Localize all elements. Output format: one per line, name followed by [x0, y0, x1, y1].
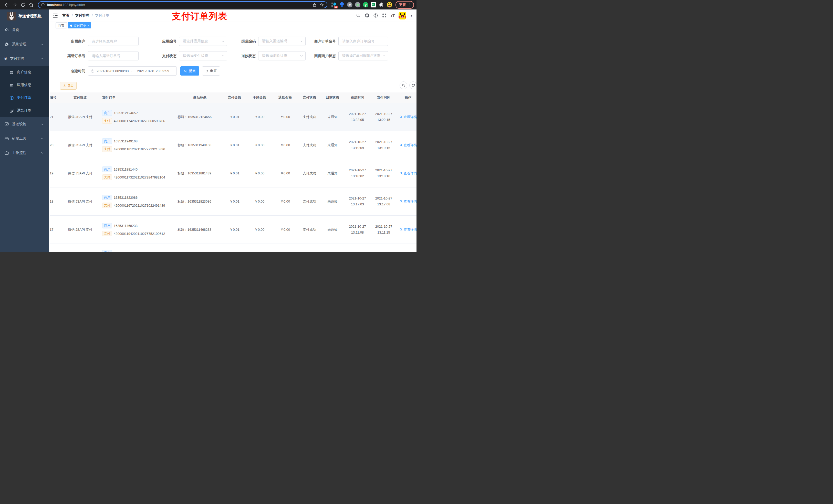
order-no-line: 支付4200001181202110277723215336 [102, 146, 165, 152]
sidebar-item-system[interactable]: 系统管理 [0, 37, 49, 51]
extension-y-icon[interactable]: y [363, 2, 368, 7]
order-no-line: 支付4200001167202110271022491439 [102, 202, 165, 208]
merchant-select-input[interactable] [88, 37, 139, 46]
sidebar-item-label: 首页 [12, 28, 19, 32]
font-size-icon[interactable]: TT [390, 14, 395, 18]
navbar-actions: TT ▼ [356, 9, 413, 22]
help-icon[interactable] [373, 13, 378, 18]
cell-fee: ￥0.00 [247, 131, 272, 159]
sidebar-item-app-info[interactable]: 应用信息 [0, 79, 49, 91]
cell-refund: ￥0.00 [272, 188, 298, 215]
reload-icon[interactable] [21, 2, 26, 7]
search-button[interactable]: 搜索 [180, 66, 199, 75]
sidebar-item-label: 商户信息 [17, 70, 31, 74]
notify-status-select[interactable]: 请选择订单回调商户状态 [338, 51, 388, 61]
avatar-caret-icon[interactable]: ▼ [410, 14, 413, 17]
reset-button[interactable]: 重置 [202, 66, 220, 75]
refresh-icon [205, 69, 209, 73]
order-number: 4200001194202110276752100612 [114, 232, 165, 236]
cell-id: 18 [50, 188, 60, 215]
bookmark-star-icon[interactable] [320, 3, 324, 7]
chevron-down-icon [41, 151, 44, 154]
browser-update-button[interactable]: 更新 ⋮ [396, 1, 414, 9]
order-number: 1635311949168 [114, 139, 138, 143]
download-icon [63, 84, 66, 87]
extension-command-icon[interactable]: ⌘ [347, 2, 353, 7]
screen: localhost:1024/pay/order 10 ⌘ y [0, 0, 416, 252]
cell-pay-time: 2021-10-2713:18:10 [371, 159, 397, 187]
sidebar-item-pay[interactable]: ¥ 支付管理 [0, 51, 49, 66]
close-tab-icon[interactable]: × [88, 24, 89, 27]
cell-channel: 微信 JSAPI 支付 [60, 131, 101, 159]
cell-id: 19 [50, 159, 60, 187]
tab-pay-order[interactable]: 支付订单× [68, 22, 91, 28]
table-header-row: 编号 支付渠道 支付订单 商品标题 支付金额 手续金额 退款金额 支付状态 回调… [50, 93, 416, 103]
toggle-search-button[interactable] [400, 81, 407, 89]
avatar[interactable] [399, 12, 406, 20]
back-icon[interactable] [4, 2, 9, 7]
breadcrumb-home[interactable]: 首页 [62, 13, 69, 18]
sidebar-item-label: 应用信息 [17, 83, 31, 87]
search-icon[interactable] [356, 13, 361, 18]
sidebar-item-dev-tools[interactable]: 研发工具 [0, 131, 49, 146]
channel-code-select[interactable]: 请输入渠道编码 [258, 37, 306, 46]
create-time-range-picker[interactable]: 2021-10-01 00:00:00 - 2021-10-31 23:59:5… [88, 66, 177, 75]
sidebar: 芋道管理系统 首页 系统管理 ¥ 支付管理 [0, 9, 49, 252]
sidebar-item-workflow[interactable]: 工作流程 [0, 146, 49, 160]
github-icon[interactable] [364, 13, 370, 18]
yen-circle-icon [9, 96, 14, 100]
export-button[interactable]: 导出 [60, 82, 77, 90]
view-details-link[interactable]: 查看详情 [399, 115, 417, 119]
sidebar-item-refund-order[interactable]: 退款订单 [0, 104, 49, 117]
address-bar[interactable]: localhost:1024/pay/order [38, 1, 327, 8]
app-logo[interactable]: 芋道管理系统 [0, 9, 49, 23]
date-line: 2021-10-27 [375, 196, 392, 201]
order-number: 1635311823086 [114, 196, 138, 199]
sidebar-item-home[interactable]: 首页 [0, 23, 49, 37]
extension-tasks-icon[interactable]: 10 [331, 2, 337, 7]
channel-order-no-input[interactable] [88, 51, 139, 61]
sidebar-item-pay-order[interactable]: 支付订单 [0, 91, 49, 104]
cell-create-time: 2021-10-2713:22:05 [344, 103, 371, 131]
time-line: 13:19:09 [349, 145, 366, 151]
merchant-order-no-input[interactable] [338, 37, 388, 46]
extension-gem-icon[interactable] [339, 2, 344, 7]
date-range-start: 2021-10-01 00:00:00 [97, 69, 128, 73]
sidebar-item-merchant-info[interactable]: 商户信息 [0, 66, 49, 79]
breadcrumb: 首页 / 支付管理 / 支付订单 [62, 13, 110, 18]
forward-icon[interactable] [12, 2, 18, 7]
breadcrumb-pay-manage[interactable]: 支付管理 [75, 13, 89, 18]
clock-icon [91, 69, 95, 73]
pay-tag: 支付 [102, 231, 112, 236]
extensions-puzzle-icon[interactable] [379, 2, 384, 7]
order-number: 1635312124657 [114, 111, 138, 115]
time-line: 13:18:10 [375, 173, 392, 179]
time-line: 13:22:15 [375, 117, 392, 123]
view-details-link[interactable]: 查看详情 [399, 199, 417, 204]
fullscreen-icon[interactable] [382, 13, 387, 18]
sidebar-item-infrastructure[interactable]: 基础设施 [0, 117, 49, 131]
cell-pay-order: 商户1635311949168支付42000011812021102777232… [101, 131, 177, 159]
chevron-down-icon [41, 43, 44, 46]
cell-notify-status: 未通知 [321, 188, 344, 215]
sidebar-item-label: 退款订单 [17, 108, 31, 113]
home-icon[interactable] [29, 2, 34, 7]
profile-emoji-icon[interactable] [387, 2, 392, 7]
order-no-line: 商户1635311949168 [102, 138, 138, 144]
page-content: 所属商户 应用编号 请选择应用信息 渠道编码 请输入渠道编码 商户订单编号 渠道… [49, 29, 416, 252]
extension-chat-icon[interactable] [371, 2, 376, 7]
extension-recorder-icon[interactable] [355, 2, 360, 7]
view-details-link[interactable]: 查看详情 [399, 227, 417, 232]
col-header-fee: 手续金额 [247, 93, 272, 103]
merchant-tag: 商户 [102, 250, 112, 252]
refresh-table-button[interactable] [409, 81, 416, 89]
view-details-link[interactable]: 查看详情 [399, 143, 417, 147]
refund-status-select[interactable]: 请选择退款状态 [258, 51, 306, 61]
order-number: 4200001174202110278060590766 [114, 119, 165, 123]
share-icon[interactable] [312, 3, 317, 7]
tab-home[interactable]: 首页 [55, 22, 67, 28]
site-info-icon[interactable] [41, 3, 45, 7]
sidebar-fold-icon[interactable] [52, 13, 58, 19]
view-details-link[interactable]: 查看详情 [399, 171, 417, 176]
browser-menu-icon[interactable]: ⋮ [408, 3, 411, 7]
